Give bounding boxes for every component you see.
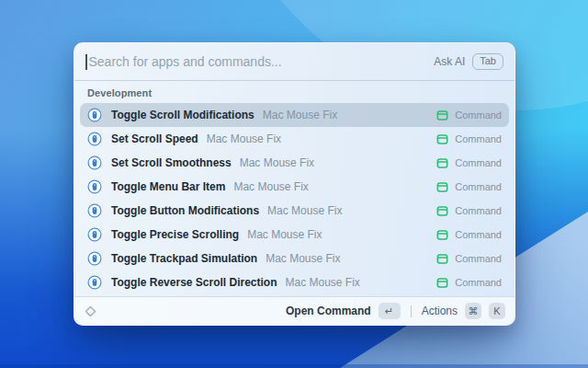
command-row[interactable]: Toggle Button Modifications Mac Mouse Fi… xyxy=(80,199,509,223)
footer-bar: Open Command ↵ Actions ⌘ K xyxy=(74,296,514,325)
command-type-label: Command xyxy=(455,229,502,240)
command-title: Toggle Button Modifications xyxy=(111,204,259,217)
search-bar: Ask AI Tab xyxy=(74,43,514,80)
mac-mouse-fix-app-icon xyxy=(87,179,102,194)
command-row[interactable]: Toggle Precise Scrolling Mac Mouse Fix C… xyxy=(80,223,509,247)
tab-key-badge[interactable]: Tab xyxy=(472,53,503,70)
command-type-icon xyxy=(436,157,448,169)
mac-mouse-fix-app-icon xyxy=(87,203,102,218)
command-app-name: Mac Mouse Fix xyxy=(207,132,281,145)
enter-key-badge[interactable]: ↵ xyxy=(379,303,401,319)
command-title: Set Scroll Speed xyxy=(111,132,198,145)
command-app-name: Mac Mouse Fix xyxy=(233,180,308,193)
command-title: Toggle Scroll Modifications xyxy=(111,109,254,121)
results-list: Development Toggle Scroll Modifications … xyxy=(74,81,514,296)
command-type-icon xyxy=(436,205,448,217)
command-type-icon xyxy=(436,229,448,241)
cmd-key-badge[interactable]: ⌘ xyxy=(465,303,481,319)
command-type-label: Command xyxy=(455,181,502,192)
command-type-label: Command xyxy=(455,277,502,288)
command-type-label: Command xyxy=(455,157,502,168)
section-header-development: Development xyxy=(80,81,509,103)
command-title: Toggle Reverse Scroll Direction xyxy=(111,276,277,289)
command-app-name: Mac Mouse Fix xyxy=(247,228,322,241)
mac-mouse-fix-app-icon xyxy=(87,275,102,290)
command-type-label: Command xyxy=(455,109,502,121)
command-row[interactable]: Toggle Trackpad Simulation Mac Mouse Fix… xyxy=(80,247,509,270)
mac-mouse-fix-app-icon xyxy=(87,155,102,170)
actions-button[interactable]: Actions xyxy=(422,305,458,317)
command-row[interactable]: Set Scroll Speed Mac Mouse Fix Command xyxy=(80,127,509,151)
command-type-label: Command xyxy=(455,133,502,144)
command-type-label: Command xyxy=(455,205,502,216)
desktop: Ask AI Tab Development Toggle Scroll Mod… xyxy=(0,0,588,368)
command-app-name: Mac Mouse Fix xyxy=(286,276,360,289)
open-command-button[interactable]: Open Command xyxy=(286,305,371,317)
text-caret xyxy=(85,54,87,70)
launcher-window: Ask AI Tab Development Toggle Scroll Mod… xyxy=(74,42,515,326)
footer-divider xyxy=(411,305,412,317)
command-type-icon xyxy=(436,253,448,265)
command-title: Toggle Precise Scrolling xyxy=(111,228,239,241)
command-title: Set Scroll Smoothness xyxy=(111,156,232,169)
command-title: Toggle Menu Bar Item xyxy=(111,180,225,193)
mac-mouse-fix-app-icon xyxy=(87,108,102,122)
search-input[interactable] xyxy=(89,54,427,69)
command-app-name: Mac Mouse Fix xyxy=(266,252,340,265)
mac-mouse-fix-app-icon xyxy=(87,251,102,266)
command-type-icon xyxy=(436,181,448,193)
command-type-label: Command xyxy=(455,253,502,264)
mac-mouse-fix-app-icon xyxy=(87,132,102,146)
k-key-badge[interactable]: K xyxy=(489,303,505,319)
command-row[interactable]: Set Scroll Smoothness Mac Mouse Fix Comm… xyxy=(80,151,509,175)
command-rows: Toggle Scroll Modifications Mac Mouse Fi… xyxy=(80,103,509,294)
command-app-name: Mac Mouse Fix xyxy=(263,109,337,121)
command-app-name: Mac Mouse Fix xyxy=(240,156,314,169)
command-row[interactable]: Toggle Reverse Scroll Direction Mac Mous… xyxy=(80,270,509,294)
command-row[interactable]: Toggle Scroll Modifications Mac Mouse Fi… xyxy=(80,103,509,127)
mac-mouse-fix-app-icon xyxy=(87,227,102,242)
command-type-icon xyxy=(436,133,448,145)
command-type-icon xyxy=(436,277,448,289)
command-row[interactable]: Toggle Menu Bar Item Mac Mouse Fix Comma… xyxy=(80,175,509,199)
ask-ai-label: Ask AI xyxy=(434,55,465,68)
command-app-name: Mac Mouse Fix xyxy=(267,204,342,217)
raycast-logo-icon xyxy=(84,305,97,318)
command-title: Toggle Trackpad Simulation xyxy=(111,252,257,265)
command-type-icon xyxy=(436,109,448,121)
